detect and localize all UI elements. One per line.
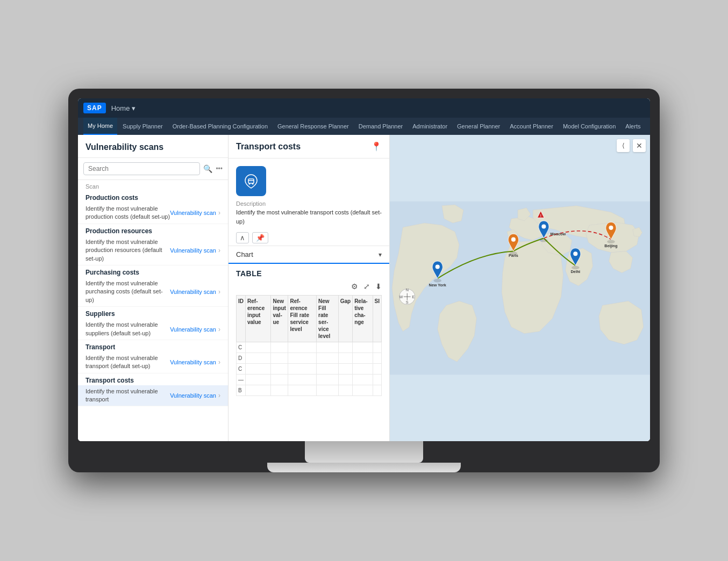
list-item[interactable]: Identify the most vulnerable transport (… [78, 352, 228, 373]
chevron-down-icon: ▾ [379, 251, 382, 258]
nav-item-general-response[interactable]: General Response Planner [273, 118, 353, 135]
list-item[interactable]: Identify the most vulnerable purchasing … [78, 277, 228, 307]
more-options-icon[interactable]: ••• [216, 165, 223, 172]
nav-item-appjobs[interactable]: Application Jobs [646, 118, 650, 135]
home-label: Home [111, 104, 130, 112]
section-header-transport: Transport [78, 340, 228, 352]
col-header-id: ID [237, 296, 246, 342]
list-item[interactable]: Identify the most vulnerable production … [78, 236, 228, 265]
sidebar-content: Scan Production costs Identify the most … [78, 180, 228, 441]
item-text: Identify the most vulnerable production … [85, 238, 170, 263]
chevron-right-icon: › [218, 392, 220, 399]
monitor-base [267, 463, 461, 472]
center-controls: ∧ 📌 [229, 230, 389, 246]
col-header-rel-change: Rela­tive cha­nge [353, 296, 373, 342]
chevron-right-icon: › [218, 247, 220, 254]
svg-text:Paris: Paris [509, 253, 518, 258]
table-toolbar: ⚙ ⤢ ⬇ [236, 282, 382, 291]
table-row: — [237, 375, 382, 385]
vulnerability-scan-badge: Vulnerability scan [170, 359, 216, 365]
list-item[interactable]: Identify the most vulnerable production … [78, 203, 228, 224]
world-map: N S W E New York Paris [390, 135, 650, 441]
collapse-button[interactable]: ∧ [236, 232, 249, 243]
main-area: Vulnerability scans 🔍 ••• Scan Productio… [78, 135, 650, 441]
sap-header: SAP Home ▾ [78, 98, 650, 118]
nav-item-alerts[interactable]: Alerts [621, 118, 645, 135]
vulnerability-scan-badge: Vulnerability scan [170, 247, 216, 254]
svg-text:E: E [412, 294, 415, 299]
item-text: Identify the most vulnerable suppliers (… [85, 321, 170, 337]
col-header-ref-input: Ref­erence inp­ut val­ue [246, 296, 271, 342]
expand-icon[interactable]: ⤢ [363, 282, 370, 291]
section-header-suppliers: Suppliers [78, 307, 228, 319]
nav-item-general-planner[interactable]: General Planner [453, 118, 504, 135]
item-text: Identify the most vulnerable production … [85, 205, 170, 221]
vulnerability-scan-badge: Vulnerability scan [170, 289, 216, 295]
table-row: C [237, 342, 382, 353]
item-text: Identify the most vulnerable purchasing … [85, 279, 170, 304]
main-nav: My Home Supply Planner Order-Based Plann… [78, 118, 650, 135]
settings-icon[interactable]: ⚙ [351, 282, 358, 291]
svg-text:Beijing: Beijing [604, 243, 617, 248]
chart-label: Chart [236, 250, 253, 258]
col-header-gap: Gap [338, 296, 352, 342]
vulnerability-scan-badge: Vulnerability scan [170, 210, 216, 216]
cell-id: B [237, 385, 246, 396]
vulnerability-scan-badge: Vulnerability scan [170, 392, 216, 399]
svg-text:W: W [399, 294, 403, 299]
col-header-new-input: Ne­w inp­ut val­ue [271, 296, 288, 342]
expand-map-button[interactable]: ⟨ [617, 139, 630, 152]
svg-point-24 [609, 226, 613, 230]
item-text: Identify the most vulnerable transport (… [85, 354, 170, 371]
section-header-purchasing-costs: Purchasing costs [78, 265, 228, 277]
map-panel: ⟨ ✕ [390, 135, 650, 441]
search-icon: 🔍 [203, 164, 212, 173]
nav-item-myhome[interactable]: My Home [83, 118, 117, 135]
svg-point-15 [511, 238, 516, 242]
nav-item-demand[interactable]: Demand Planner [354, 118, 408, 135]
table-title: TABLE [236, 269, 382, 278]
svg-text:Moscow: Moscow [550, 232, 566, 236]
description-label: Description [229, 200, 389, 208]
description-text: Identify the most vulnerable transport c… [229, 208, 389, 230]
nav-item-supply[interactable]: Supply Planner [118, 118, 167, 135]
panel-header: Transport costs 📍 [229, 135, 389, 159]
chevron-right-icon: › [218, 326, 220, 333]
nav-item-model[interactable]: Model Configuration [559, 118, 620, 135]
download-icon[interactable]: ⬇ [375, 282, 382, 291]
svg-text:!: ! [540, 214, 541, 218]
search-input[interactable] [83, 162, 200, 175]
panel-title: Transport costs [236, 142, 301, 152]
chevron-right-icon: › [218, 209, 220, 217]
col-header-si: SI [373, 296, 381, 342]
svg-point-18 [541, 224, 546, 228]
col-header-new-fill: New Fill rate ser­vice level [317, 296, 339, 342]
cell-id: C [237, 364, 246, 375]
home-button[interactable]: Home ▾ [111, 104, 136, 112]
transport-icon-box [236, 166, 266, 196]
table-row: D [237, 353, 382, 364]
nav-item-order[interactable]: Order-Based Planning Configuration [168, 118, 272, 135]
pin-icon[interactable]: 📍 [371, 141, 382, 152]
pin-button[interactable]: 📌 [252, 232, 268, 243]
vulnerability-scan-badge: Vulnerability scan [170, 326, 216, 333]
close-map-button[interactable]: ✕ [633, 139, 646, 152]
transport-icon [242, 172, 260, 190]
vulnerability-sidebar: Vulnerability scans 🔍 ••• Scan Productio… [78, 135, 229, 441]
chart-dropdown[interactable]: Chart ▾ [229, 246, 389, 264]
data-table: ID Ref­erence inp­ut val­ue Ne­w inp­ut … [236, 295, 382, 396]
cell-id: D [237, 353, 246, 364]
sidebar-title: Vulnerability scans [78, 135, 228, 158]
nav-item-admin[interactable]: Administrator [408, 118, 452, 135]
list-item[interactable]: Identify the most vulnerable suppliers (… [78, 319, 228, 340]
nav-item-account[interactable]: Account Planner [505, 118, 558, 135]
col-header-ref-fill: Ref­erence Fill rate ser­vice level [288, 296, 317, 342]
svg-point-2 [252, 183, 254, 185]
list-item[interactable]: Identify the most vulnerable transport V… [78, 385, 228, 407]
svg-text:New York: New York [429, 283, 447, 287]
monitor-stand [305, 441, 423, 463]
section-header-production-costs: Production costs [78, 191, 228, 203]
section-header-transport-costs: Transport costs [78, 373, 228, 385]
monitor: SAP Home ▾ My Home Supply Planner Order-… [68, 89, 660, 472]
section-header-production-resources: Production resources [78, 224, 228, 236]
